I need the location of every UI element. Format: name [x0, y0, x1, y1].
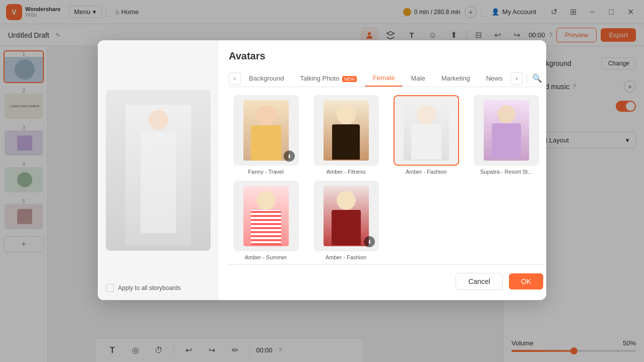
- avatar-amber-fitness-name: Amber - Fitness: [327, 169, 366, 175]
- avatar-amber-fashion2-image: ⬇: [313, 181, 379, 251]
- new-badge: NEW: [342, 76, 357, 82]
- avatar-preview-image: [106, 90, 211, 251]
- tabs-prev-button[interactable]: ‹: [229, 73, 241, 85]
- tab-female[interactable]: Female: [365, 70, 403, 87]
- modal-tabs: ‹ Background Talking Photo NEW Female Ma…: [229, 70, 543, 87]
- avatar-amber-fitness[interactable]: Amber - Fitness: [309, 95, 383, 175]
- avatar-amber-summer-name: Amber - Summer: [245, 254, 287, 260]
- apply-all-checkbox[interactable]: [106, 284, 114, 292]
- tabs-next-button[interactable]: ›: [510, 73, 523, 85]
- download-icon2: ⬇: [364, 236, 375, 247]
- avatar-amber-fashion-name: Amber - Fashion: [406, 169, 446, 175]
- avatar-supatra-name: Supatra - Resort St...: [480, 169, 532, 175]
- modal-content-panel: Avatars ‹ Background Talking Photo NEW F…: [219, 40, 546, 300]
- tab-marketing[interactable]: Marketing: [433, 70, 478, 86]
- avatar-amber-summer-image: [233, 181, 299, 251]
- avatar-amber-fashion[interactable]: Amber - Fashion: [389, 95, 463, 175]
- tab-news[interactable]: News: [478, 70, 511, 86]
- avatar-amber-fashion2-name: Amber - Fashion: [326, 254, 366, 260]
- modal-preview-panel: Apply to all storyboards: [98, 40, 219, 300]
- avatar-fanny-travel-name: Fanny - Travel: [248, 169, 283, 175]
- cancel-button[interactable]: Cancel: [456, 273, 503, 290]
- modal-title: Avatars: [229, 50, 543, 62]
- avatars-modal: Apply to all storyboards Avatars ‹ Backg…: [98, 40, 546, 300]
- avatar-fanny-travel[interactable]: ⬇ Fanny - Travel: [229, 95, 303, 175]
- tab-male[interactable]: Male: [403, 70, 433, 86]
- avatar-supatra-image: [474, 95, 539, 166]
- download-icon: ⬇: [284, 151, 295, 162]
- avatar-amber-fashion-image: [394, 95, 459, 166]
- modal-overlay: Apply to all storyboards Avatars ‹ Backg…: [0, 0, 644, 362]
- avatar-grid: ⬇ Fanny - Travel Amber - Fitness: [229, 95, 543, 260]
- modal-footer: Cancel OK: [229, 264, 543, 290]
- apply-all-row: Apply to all storyboards: [106, 284, 181, 292]
- tab-talking-photo[interactable]: Talking Photo NEW: [292, 70, 365, 86]
- avatar-fanny-travel-image: ⬇: [233, 95, 299, 166]
- tab-search-button[interactable]: 🔍: [531, 73, 543, 85]
- tab-background[interactable]: Background: [241, 70, 292, 86]
- avatar-amber-fashion2[interactable]: ⬇ Amber - Fashion: [309, 181, 383, 260]
- avatar-supatra[interactable]: Supatra - Resort St...: [469, 95, 543, 175]
- avatar-amber-summer[interactable]: Amber - Summer: [229, 181, 303, 260]
- ok-button[interactable]: OK: [509, 273, 543, 289]
- apply-all-label: Apply to all storyboards: [118, 284, 181, 292]
- avatar-amber-fitness-image: [313, 95, 379, 166]
